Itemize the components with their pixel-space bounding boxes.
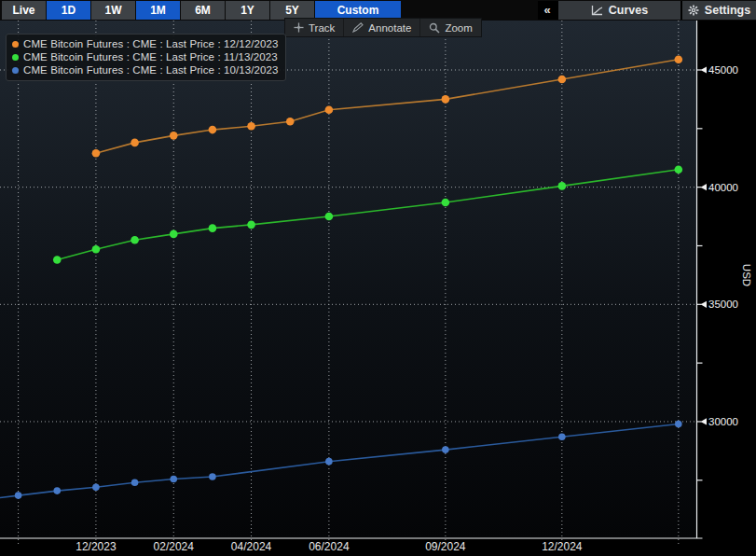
zoom-label: Zoom (445, 22, 472, 34)
series-marker (442, 446, 449, 453)
series-marker (170, 132, 178, 140)
series-marker (442, 95, 450, 104)
series-marker (325, 213, 334, 221)
series-marker (131, 236, 139, 244)
y-axis-tick-label: 30000 (708, 416, 738, 427)
curves-button[interactable]: Curves (557, 1, 680, 20)
series-marker (170, 230, 178, 239)
collapse-panel-button[interactable]: « (538, 1, 557, 20)
curves-app-window: Live1D1W1M6M1Y5YCustom « Curves (0, 0, 756, 556)
y-axis-tick-label: 40000 (708, 182, 738, 193)
y-axis-title: USD (741, 264, 752, 286)
series-marker (325, 458, 333, 466)
series-marker (15, 492, 22, 499)
legend-series-dot (12, 67, 19, 74)
time-range-tabs: Live1D1W1M6M1Y5YCustom (2, 1, 401, 20)
series-marker (209, 473, 216, 480)
legend-series-label: CME Bitcoin Futures : CME : Last Price :… (23, 64, 279, 76)
annotate-label: Annotate (368, 22, 411, 34)
series-marker (558, 433, 566, 440)
range-tab-6m[interactable]: 6M (181, 1, 225, 20)
track-crosshair-icon (294, 22, 304, 33)
series-marker (170, 476, 177, 483)
gear-icon (688, 5, 699, 16)
x-axis-tick-label: 12/2024 (542, 540, 583, 553)
chart-legend: CME Bitcoin Futures : CME : Last Price :… (6, 34, 286, 81)
range-tab-1y[interactable]: 1Y (226, 1, 269, 20)
range-tab-custom[interactable]: Custom (315, 1, 401, 20)
y-axis-tick-label: 35000 (708, 299, 738, 310)
series-marker (92, 245, 101, 254)
settings-button-label: Settings (705, 4, 750, 17)
series-marker (247, 122, 255, 131)
series-marker (92, 149, 101, 158)
x-axis-tick-label: 06/2024 (309, 540, 350, 553)
range-tab-5y[interactable]: 5Y (270, 1, 314, 20)
pencil-icon (352, 22, 364, 33)
legend-series-label: CME Bitcoin Futures : CME : Last Price :… (23, 51, 278, 63)
x-axis-tick-label: 04/2024 (231, 540, 272, 553)
series-marker (247, 221, 255, 229)
settings-button[interactable]: Settings (680, 1, 756, 20)
legend-series-dot (12, 41, 19, 48)
series-marker (92, 484, 100, 492)
track-label: Track (309, 22, 335, 34)
range-tab-1m[interactable]: 1M (136, 1, 180, 20)
series-marker (209, 126, 217, 134)
legend-row: CME Bitcoin Futures : CME : Last Price :… (12, 50, 279, 63)
series-marker (53, 256, 62, 264)
series-marker (325, 105, 334, 114)
series-marker (286, 118, 295, 126)
range-tab-1d[interactable]: 1D (47, 1, 90, 20)
legend-series-dot (12, 54, 19, 61)
x-axis-tick-label: 12/2023 (76, 540, 117, 553)
zoom-button[interactable]: Zoom (419, 19, 480, 36)
range-tab-1w[interactable]: 1W (91, 1, 135, 20)
track-button[interactable]: Track (285, 19, 343, 36)
chart-tools-bar: Track Annotate Zoom (284, 18, 482, 37)
curves-button-label: Curves (609, 4, 648, 17)
legend-row: CME Bitcoin Futures : CME : Last Price :… (12, 63, 279, 76)
legend-row: CME Bitcoin Futures : CME : Last Price :… (12, 37, 279, 50)
y-axis-tick-label: 45000 (708, 64, 738, 76)
series-marker (558, 76, 567, 84)
series-marker (131, 479, 139, 486)
x-axis-tick-label: 09/2024 (425, 540, 466, 553)
series-marker (131, 139, 139, 147)
magnifier-icon (429, 22, 440, 34)
series-marker (558, 182, 567, 190)
range-tab-live[interactable]: Live (2, 1, 46, 20)
series-marker (675, 421, 682, 428)
plot-background (0, 21, 697, 538)
annotate-button[interactable]: Annotate (343, 19, 419, 36)
series-marker (209, 224, 217, 232)
series-marker (675, 55, 683, 63)
chart-plot[interactable]: 45000400003500030000USD12/202302/202404/… (0, 21, 756, 556)
series-marker (675, 166, 683, 174)
curves-icon (591, 5, 603, 16)
series-marker (53, 487, 61, 494)
x-axis-tick-label: 02/2024 (154, 540, 195, 553)
series-marker (442, 199, 450, 207)
toolbar-right-group: « Curves (538, 1, 756, 20)
legend-series-label: CME Bitcoin Futures : CME : Last Price :… (23, 38, 279, 49)
